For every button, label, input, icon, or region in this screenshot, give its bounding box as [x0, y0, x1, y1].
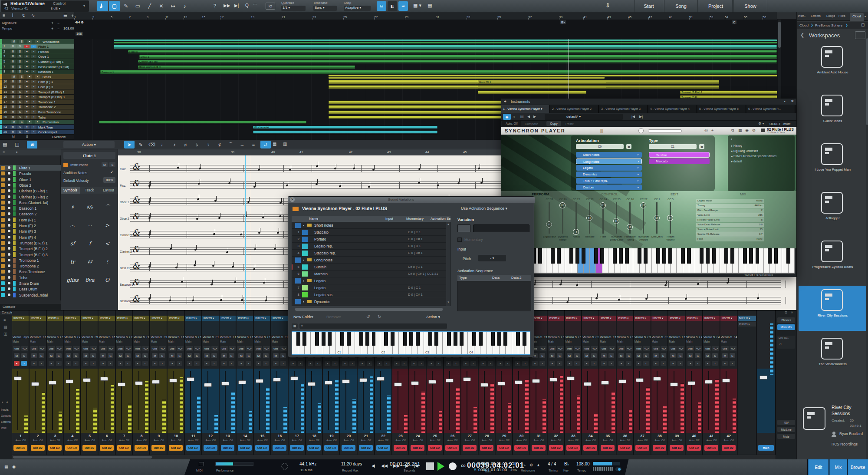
channel-strip[interactable]: Inserts ▾Vienna S..r 7Main0dB<C>MS●◖7Aut… [116, 310, 133, 455]
mute-button[interactable]: M [221, 353, 227, 358]
channel-output[interactable]: Main [686, 340, 702, 343]
fader-lane[interactable] [651, 369, 668, 433]
channel-output[interactable]: Main [617, 340, 633, 343]
articulation-item[interactable]: Long notes▸ [576, 158, 642, 164]
list-view-icon[interactable]: ▤ [3, 142, 7, 147]
output-chip[interactable]: Out 1/2 [411, 445, 424, 451]
fader-lane[interactable] [323, 369, 340, 433]
type-item[interactable]: Marcato [649, 158, 710, 164]
chevron-down-icon[interactable]: ▾ [83, 4, 85, 8]
automation-mode[interactable]: Auto: Off [721, 439, 737, 442]
black-key[interactable] [668, 248, 672, 264]
track-row[interactable]: 16MS●◖Trumpet (B Flat) 3 [0, 95, 74, 100]
pan-chip[interactable]: <C> [159, 346, 166, 351]
mixfx-strip[interactable]: Mix FX ▾Inserts ▾ [738, 310, 756, 455]
monitor-button[interactable]: ◖ [56, 361, 62, 366]
channel-output[interactable]: Main [13, 340, 29, 343]
channel-output[interactable]: Main [220, 340, 236, 343]
inserts-header[interactable]: Inserts ▾ [703, 316, 720, 321]
channel-strip[interactable]: Inserts ▾Vienna S..r 37Main0dB<C>MS●◖37A… [634, 310, 651, 455]
record-arm-button[interactable]: ● [308, 361, 313, 366]
output-chip[interactable]: Out 1/2 [653, 445, 667, 451]
main-strip[interactable]: Main [757, 310, 776, 455]
solo-button[interactable]: S [263, 353, 269, 358]
monitor-button[interactable]: ◖ [31, 45, 36, 48]
fader-lane[interactable] [720, 369, 737, 433]
tempo-value[interactable]: 108.00 [63, 26, 74, 30]
inserts-area[interactable] [47, 321, 64, 335]
overview-mute[interactable]: M [12, 135, 15, 138]
automation-mode[interactable]: Auto: Off [393, 439, 409, 442]
clip[interactable]: Bassoon 1 [100, 70, 777, 74]
score-eraser-tool[interactable]: ⌫ [147, 141, 157, 148]
monitor-button[interactable]: ◖ [31, 90, 36, 94]
sixteenth-note-button[interactable]: ♬ [181, 141, 191, 148]
output-chip[interactable]: Out 1/2 [324, 445, 338, 451]
score-list-lock-icon[interactable]: ∎ [16, 150, 18, 154]
black-key[interactable] [706, 248, 710, 264]
fader-knob[interactable]: 64 [586, 215, 592, 221]
output-chip[interactable]: Out 1/2 [65, 445, 79, 451]
solo-button[interactable]: S [19, 120, 24, 124]
compare-label[interactable]: Compare [525, 122, 538, 126]
mute-button[interactable]: M [100, 353, 106, 358]
next-bar-button[interactable]: ▶ [405, 463, 409, 468]
score-track-row[interactable]: Clarinet (B Flat) 2 [0, 194, 61, 200]
eraser-tool[interactable]: ▭ [132, 1, 143, 11]
mute-button[interactable]: M [10, 90, 16, 94]
monitor-button[interactable]: ◖ [349, 361, 355, 366]
output-chip[interactable]: Out 1/2 [221, 445, 235, 451]
score-action-dropdown[interactable]: Action ▾ [63, 141, 115, 148]
monitor-button[interactable]: ◖ [108, 361, 113, 366]
channel-output[interactable]: Main [704, 340, 720, 343]
visibility-dot[interactable] [8, 224, 10, 227]
inserts-header[interactable]: Inserts ▾ [668, 316, 685, 321]
fader-lane[interactable] [668, 369, 685, 433]
song-page-button[interactable]: Song [664, 0, 698, 12]
output-chip[interactable]: Out 1/2 [480, 445, 494, 451]
solo-button[interactable]: S [17, 45, 23, 48]
monitor-button[interactable]: ◖ [298, 361, 303, 366]
symbol-palette-item[interactable]: f [82, 236, 97, 251]
black-key[interactable] [638, 248, 641, 264]
iq-toggle[interactable]: IQ [266, 3, 275, 10]
fader-handle[interactable] [187, 377, 194, 381]
mute-button[interactable]: M [169, 353, 175, 358]
solo-button[interactable]: S [17, 115, 23, 119]
fader-lane[interactable] [12, 369, 29, 433]
monitor-button[interactable]: ◖ [35, 75, 40, 79]
fader-knob[interactable]: -8 [573, 229, 579, 235]
variation-folder-row[interactable]: ▾Legato [292, 277, 446, 284]
channel-device-name[interactable]: Vienna S..r 32 [548, 336, 564, 339]
mute-button[interactable]: M [118, 353, 123, 358]
main-chip[interactable]: Main [758, 445, 774, 451]
black-key[interactable] [730, 248, 734, 264]
clip[interactable]: Clarinet (B Flat) [138, 60, 777, 64]
monitor-button[interactable]: ◖ [522, 361, 528, 366]
play-button[interactable] [437, 462, 444, 471]
fader-handle[interactable] [135, 381, 143, 385]
symbol-palette-item[interactable]: ⌣ [82, 218, 97, 233]
fader-knob[interactable]: 127 [559, 202, 566, 208]
solo-button[interactable]: S [21, 353, 27, 358]
black-key[interactable] [372, 332, 376, 346]
folder-caret-icon[interactable]: ▾ [303, 279, 304, 282]
fader-lane[interactable] [116, 369, 133, 433]
record-arm-button[interactable]: ● [169, 361, 175, 366]
record-arm-button[interactable]: ● [24, 95, 30, 99]
record-arm-button[interactable]: ● [24, 55, 30, 58]
score-track-row[interactable]: Suspended..mbal [0, 292, 61, 298]
fader-knob[interactable]: 16 [627, 224, 633, 230]
track-row[interactable]: 12MS●◖Horn (F) 3 [0, 84, 74, 89]
fader-handle[interactable] [325, 381, 332, 385]
sequence-table-body[interactable] [457, 281, 531, 311]
clip[interactable] [253, 130, 437, 134]
fader-lane[interactable] [686, 369, 703, 433]
score-track-row[interactable]: Bass Clarinet..lat) [0, 200, 61, 205]
tempo-remove-icon[interactable]: − [57, 26, 59, 31]
output-chip[interactable]: Out 1/2 [445, 445, 459, 451]
track-row[interactable]: 3MS●◖Oboe 1 [0, 54, 74, 59]
record-arm-button[interactable]: ● [66, 361, 71, 366]
record-arm-button[interactable]: ● [670, 361, 676, 366]
monitor-button[interactable]: ◖ [125, 361, 131, 366]
